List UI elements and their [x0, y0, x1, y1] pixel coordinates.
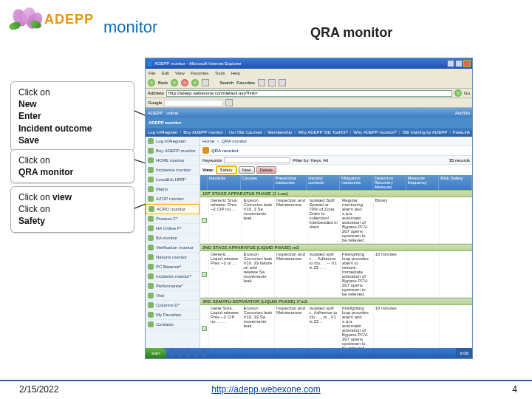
sidebar-item[interactable]: Buy ADEPP monitor — [146, 146, 200, 156]
ib2-l1: Click on — [18, 155, 50, 166]
flower-icon — [9, 6, 41, 33]
close-icon[interactable] — [463, 60, 471, 67]
nav-2[interactable]: Our ISE Courses — [228, 130, 262, 134]
ie-menubar[interactable]: File Edit View Favorites Tools Help — [146, 69, 472, 77]
menu-file[interactable]: File — [149, 71, 156, 75]
keywords-input[interactable] — [224, 157, 290, 163]
delete-button[interactable]: Delete — [256, 166, 276, 174]
task-item[interactable] — [185, 349, 191, 357]
task-item[interactable] — [193, 349, 199, 357]
print-icon[interactable] — [279, 79, 286, 86]
row-checkbox[interactable] — [202, 218, 207, 223]
address-label: Address — [148, 91, 164, 95]
max-icon[interactable] — [455, 60, 463, 67]
go-icon[interactable] — [454, 89, 462, 97]
refresh-icon[interactable] — [191, 79, 199, 86]
table-row[interactable]: Generic .. Liquid release Pres ~2 of ...… — [200, 251, 472, 298]
task-item[interactable] — [168, 349, 174, 357]
th-freq[interactable]: Measure frequency — [406, 175, 440, 190]
sidebar-item[interactable]: Incidents monitor* — [146, 272, 200, 282]
start-button[interactable]: start — [146, 348, 166, 358]
section-header[interactable]: 3RD SEMATU-SEPARATOR (LIQUID PHASE) 1*m3 — [200, 298, 472, 305]
row-checkbox[interactable] — [202, 272, 207, 277]
sidebar-item[interactable]: Columns D* — [146, 301, 200, 310]
sidebar-item[interactable]: ACRO monitor — [146, 204, 200, 214]
nav-7[interactable]: FreeLink — [453, 130, 470, 134]
sidebar-item[interactable]: Nations monitor — [146, 253, 200, 262]
th-causes[interactable]: Causes — [241, 175, 274, 190]
favorites-label[interactable]: Favorites — [236, 81, 255, 85]
menu-tools[interactable]: Tools — [215, 71, 225, 75]
sidebar-icon — [148, 321, 154, 327]
sidebar-item[interactable]: AZOP monitor — [146, 194, 200, 204]
adepp-addtab[interactable]: AddTab — [455, 111, 470, 115]
nav-5[interactable]: Why ADEPP monitor? — [353, 130, 397, 134]
adepp-navbar: Log In/Register| Buy ADEPP monitor| Our … — [146, 128, 472, 137]
adepp-top-1[interactable]: ADEPP — [148, 111, 163, 115]
sidebar-item[interactable]: Log In/Register — [146, 137, 200, 146]
sidebar-item[interactable]: HCRE monitor — [146, 156, 200, 166]
menu-view[interactable]: View — [175, 71, 185, 75]
fwd-icon[interactable] — [171, 79, 178, 86]
go-label[interactable]: Go — [464, 91, 470, 95]
sidebar-icon — [148, 283, 154, 289]
adepp-top-2[interactable]: online — [166, 111, 178, 115]
window-controls[interactable] — [447, 60, 471, 67]
section-header[interactable]: 2ND STAGE APPARATUS (LIQUID PHASE) m3 — [200, 244, 472, 251]
task-item[interactable] — [177, 349, 183, 357]
th-hazctl[interactable]: Hazard controls — [307, 175, 340, 190]
ie-toolbar: Back Search Favorites — [146, 77, 472, 89]
sidebar-item[interactable]: Verification monitor — [146, 243, 200, 253]
table-row[interactable]: Generic Sma.. release: Pres ~2 CIP no. .… — [200, 197, 472, 244]
sidebar-item[interactable]: Process F* — [146, 214, 200, 224]
sidebar-item[interactable]: Loss&Hc HRR* — [146, 175, 200, 185]
nav-6[interactable]: ISE training by ADEPP — [402, 130, 447, 134]
row-checkbox[interactable] — [202, 326, 207, 331]
cell-causes: Erosion Corrosion leak V10..3 Sa movemen… — [242, 197, 276, 243]
crumb-qra[interactable]: QRA monitor — [222, 139, 247, 143]
th-mitig[interactable]: Mitigation measures — [340, 175, 373, 190]
nav-1[interactable]: Buy ADEPP monitor — [183, 130, 223, 134]
th-hazards[interactable]: Hazards — [208, 175, 241, 190]
menu-help[interactable]: Help — [231, 71, 240, 75]
back-icon[interactable] — [148, 79, 155, 86]
sidebar-item[interactable]: Incidence monitor — [146, 166, 200, 175]
sidebar-item[interactable]: Visit — [146, 291, 200, 301]
mail-icon[interactable] — [268, 79, 276, 86]
home-icon[interactable] — [202, 79, 209, 86]
menu-edit[interactable]: Edit — [162, 71, 169, 75]
footer-page: 4 — [512, 384, 517, 395]
sidebar-label: Contacts — [156, 322, 174, 327]
nav-4[interactable]: Why ADEPP ISE ToolKit? — [298, 130, 348, 134]
crumb-home[interactable]: Home — [202, 139, 214, 143]
sidebar-item[interactable]: My Favorites — [146, 310, 200, 320]
system-tray[interactable]: 9:08 — [456, 348, 472, 358]
sidebar-item[interactable]: BA monitor — [146, 233, 200, 243]
th-risk[interactable]: Risk Safety — [439, 175, 472, 190]
menu-favorites[interactable]: Favorites — [191, 71, 209, 75]
nav-0[interactable]: Log In/Register — [148, 130, 178, 134]
sidebar-item[interactable]: Performance* — [146, 282, 200, 291]
min-icon[interactable] — [447, 60, 454, 67]
history-icon[interactable] — [258, 79, 265, 86]
stop-icon[interactable] — [181, 79, 188, 86]
section-header[interactable]: 1ST STAGE APPARATUS PHASE (1 Low) — [200, 190, 472, 197]
new-button[interactable]: New — [239, 166, 255, 174]
th-detect[interactable]: Detection Recovery Measure — [373, 175, 406, 190]
google-input[interactable] — [164, 100, 223, 106]
address-input[interactable] — [166, 90, 452, 97]
th-prevent[interactable]: Preventive measures — [274, 175, 307, 190]
footer-url[interactable]: http://adepp.webexone.com — [211, 384, 320, 395]
google-go-icon[interactable] — [225, 99, 233, 106]
safety-button[interactable]: Safety — [216, 166, 237, 174]
sidebar-item[interactable]: PC Baseme* — [146, 262, 200, 272]
cell-causes: Erosion Corrosion leak V10..33 Sa moveme… — [242, 305, 276, 348]
nav-3[interactable]: Membership — [267, 130, 292, 134]
sidebar-item[interactable]: HA Online F* — [146, 224, 200, 233]
search-label[interactable]: Search — [219, 81, 233, 85]
sidebar-item[interactable]: Contacts — [146, 320, 200, 330]
task-item[interactable] — [201, 349, 207, 357]
table-row[interactable]: Gene Sma.. Liquid release: Pres ~2 CIP n… — [200, 305, 472, 348]
sidebar-item[interactable]: Matrix — [146, 185, 200, 194]
back-label[interactable]: Back — [158, 81, 168, 85]
